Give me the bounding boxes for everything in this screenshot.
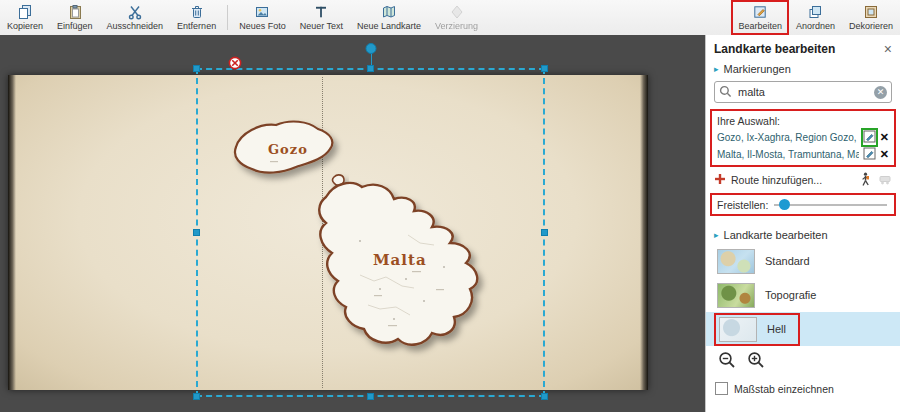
panel-title: Landkarte bearbeiten <box>714 42 835 56</box>
map-icon <box>381 4 397 20</box>
copy-button[interactable]: Kopieren <box>0 0 50 35</box>
copy-icon <box>17 4 33 20</box>
locked-marker-icon <box>228 56 242 74</box>
selection-item-row[interactable]: Gozo, Ix-Xaghra, Region Gozo, Malta ✕ <box>717 129 889 146</box>
main-toolbar: Kopieren Einfügen Ausschneiden Entfernen… <box>0 0 900 36</box>
scissors-icon <box>127 4 143 20</box>
new-text-label: Neuer Text <box>300 21 343 31</box>
map-style-standard[interactable]: Standard <box>706 244 900 278</box>
paste-label: Einfügen <box>57 21 93 31</box>
selection-annotation-box: Ihre Auswahl: Gozo, Ix-Xaghra, Region Go… <box>710 109 896 167</box>
map-edit-panel: Landkarte bearbeiten × ▸ Markierungen ✕ … <box>705 35 900 412</box>
selection-item-row[interactable]: Malta, Il-Mosta, Tramuntana, Malta ✕ <box>717 146 889 163</box>
edit-mode-label: Bearbeiten <box>738 21 782 31</box>
ornament-icon <box>449 4 465 20</box>
new-text-button[interactable]: Neuer Text <box>293 0 350 35</box>
frame-icon <box>863 4 879 20</box>
delete-marker-icon[interactable]: ✕ <box>880 148 889 161</box>
selection-handle-top-middle[interactable] <box>367 65 374 72</box>
add-route-button[interactable]: Route hinzufügen... <box>714 172 892 188</box>
selection-handle-bottom-middle[interactable] <box>367 393 374 400</box>
arrange-icon <box>807 4 823 20</box>
text-icon <box>313 4 329 20</box>
clear-search-icon[interactable]: ✕ <box>874 86 887 99</box>
decoration-label: Verzierung <box>435 21 478 31</box>
decorate-mode-button[interactable]: Dekorieren <box>842 0 900 35</box>
copy-label: Kopieren <box>7 21 43 31</box>
map-style-topografie[interactable]: Topografie <box>706 278 900 312</box>
selection-handle-middle-right[interactable] <box>541 229 548 236</box>
rotation-handle[interactable] <box>365 43 376 54</box>
edit-marker-annotation <box>863 130 876 145</box>
hiker-icon[interactable] <box>859 172 872 189</box>
design-canvas[interactable]: Gozo Malta <box>0 35 705 412</box>
add-route-label: Route hinzufügen... <box>731 174 822 186</box>
selection-item-text: Malta, Il-Mosta, Tramuntana, Malta <box>717 149 859 160</box>
edit-mode-icon <box>752 4 768 20</box>
new-photo-button[interactable]: Neues Foto <box>232 0 293 35</box>
toolbar-spacer <box>485 0 731 35</box>
topografie-style-thumbnail[interactable] <box>717 283 755 308</box>
scale-checkbox-row[interactable]: Maßstab einzeichnen <box>706 377 900 400</box>
zoom-out-icon[interactable] <box>718 351 737 372</box>
arrange-mode-label: Anordnen <box>796 21 835 31</box>
markers-section-header[interactable]: ▸ Markierungen <box>706 60 900 78</box>
selection-item-text: Gozo, Ix-Xaghra, Region Gozo, Malta <box>717 132 859 143</box>
route-mode-icons <box>859 172 892 189</box>
standard-style-thumbnail[interactable] <box>717 249 755 274</box>
marker-search-box[interactable]: ✕ <box>714 81 892 103</box>
cut-button[interactable]: Ausschneiden <box>100 0 171 35</box>
slider-track[interactable] <box>774 204 887 206</box>
cutout-label: Freistellen: <box>717 199 768 211</box>
edit-marker-icon[interactable] <box>863 130 876 145</box>
cut-label: Ausschneiden <box>107 21 164 31</box>
selection-handle-bottom-left[interactable] <box>193 393 200 400</box>
edit-map-section-header[interactable]: ▸ Landkarte bearbeiten <box>706 221 900 244</box>
your-selection-label: Ihre Auswahl: <box>717 113 889 129</box>
selection-handle-top-left[interactable] <box>193 65 200 72</box>
arrange-mode-button[interactable]: Anordnen <box>789 0 842 35</box>
close-icon[interactable]: × <box>884 43 892 55</box>
cutout-slider[interactable] <box>774 198 889 211</box>
scale-checkbox-label: Maßstab einzeichnen <box>734 383 834 395</box>
vehicle-route-icon <box>878 172 892 188</box>
panel-header: Landkarte bearbeiten × <box>706 35 900 60</box>
hell-style-thumbnail[interactable] <box>719 317 757 342</box>
markers-section-label: Markierungen <box>724 63 791 75</box>
topografie-style-label: Topografie <box>765 289 816 301</box>
trash-icon <box>189 4 205 20</box>
photo-icon <box>254 4 270 20</box>
selection-box[interactable] <box>196 68 545 397</box>
chevron-right-icon: ▸ <box>714 64 719 74</box>
new-map-button[interactable]: Neue Landkarte <box>350 0 428 35</box>
scale-checkbox[interactable] <box>715 382 728 395</box>
edit-marker-icon[interactable] <box>863 147 876 162</box>
edit-marker-wrap <box>863 147 876 162</box>
search-icon <box>719 85 732 100</box>
chevron-right-icon: ▸ <box>714 230 719 240</box>
remove-button[interactable]: Entfernen <box>170 0 223 35</box>
delete-marker-icon[interactable]: ✕ <box>880 131 889 144</box>
zoom-in-icon[interactable] <box>747 351 766 372</box>
map-style-hell[interactable]: Hell <box>706 312 900 346</box>
decoration-button: Verzierung <box>428 0 485 35</box>
remove-label: Entfernen <box>177 21 216 31</box>
edit-mode-button[interactable]: Bearbeiten <box>731 0 789 35</box>
search-input[interactable] <box>736 85 870 99</box>
decorate-mode-label: Dekorieren <box>849 21 893 31</box>
paste-icon <box>67 4 83 20</box>
paste-button[interactable]: Einfügen <box>50 0 100 35</box>
zoom-controls <box>706 346 900 377</box>
standard-style-label: Standard <box>765 255 810 267</box>
new-photo-label: Neues Foto <box>239 21 286 31</box>
edit-map-section-label: Landkarte bearbeiten <box>724 229 828 241</box>
slider-handle[interactable] <box>779 199 790 210</box>
selection-handle-middle-left[interactable] <box>193 229 200 236</box>
add-plus-icon <box>714 173 726 187</box>
selection-handle-top-right[interactable] <box>541 65 548 72</box>
selection-handle-bottom-right[interactable] <box>541 393 548 400</box>
new-map-label: Neue Landkarte <box>357 21 421 31</box>
hell-style-label: Hell <box>767 323 786 335</box>
cutout-annotation-box: Freistellen: <box>710 193 896 216</box>
hell-annotation-box: Hell <box>714 313 800 346</box>
